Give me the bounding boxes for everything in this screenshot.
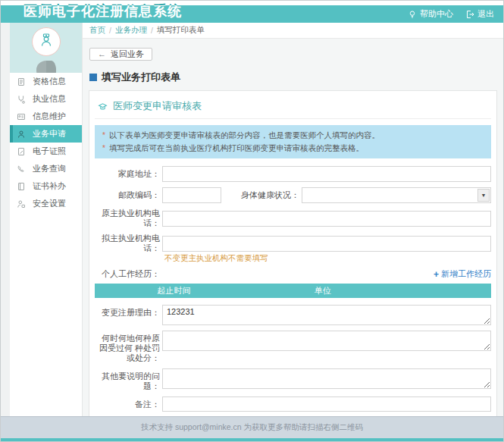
main-content: 首页 / 业务办理 / 填写打印表单 ← 返回业务 填写业务打印表单 医师变更申… <box>83 23 503 416</box>
new-org-phone-hint: 不变更主执业机构不需要填写 <box>164 253 491 264</box>
sidebar-item-business-query[interactable]: 业务查询 <box>10 160 82 177</box>
id-card-icon <box>17 112 26 121</box>
breadcrumb-current: 填写打印表单 <box>157 25 205 36</box>
bottom-teal-strip <box>1 438 503 442</box>
app-window: 医师电子化注册信息系统 医师电子化注册信息系统 帮助中心 退出 <box>0 0 504 442</box>
user-icon <box>17 130 26 139</box>
sidebar-item-practice-info[interactable]: 执业信息 <box>10 90 82 108</box>
back-to-business-button[interactable]: ← 返回业务 <box>89 48 152 61</box>
info-line-text: 以下表单为医师变更申请审核表的部分内容，也是需要医师个人填写的内容。 <box>109 130 380 139</box>
sidebar-menu: 资格信息 执业信息 信息维护 业务申请 电子证照 <box>10 73 82 212</box>
user-lock-icon <box>17 199 26 208</box>
remark-row: 备注： <box>95 397 491 412</box>
sidebar-item-business-application[interactable]: 业务申请 <box>10 125 82 143</box>
sidebar-item-label: 业务查询 <box>33 163 66 174</box>
document-edit-icon <box>17 147 26 156</box>
phone-icon <box>17 165 26 174</box>
form-title-row: 医师变更申请审核表 <box>95 97 491 119</box>
other-issues-row: 其他要说明的问题： <box>95 368 491 391</box>
header-actions: 帮助中心 退出 <box>408 5 494 23</box>
add-work-history-link[interactable]: + 新增工作经历 <box>434 268 491 280</box>
sidebar-item-info-maintenance[interactable]: 信息维护 <box>10 108 82 125</box>
change-reason-label: 变更注册理由： <box>95 305 160 318</box>
health-status-select[interactable]: ▼ <box>302 187 491 203</box>
column-header-period: 起止时间 <box>95 284 253 298</box>
info-line: *以下表单为医师变更申请审核表的部分内容，也是需要医师个人填写的内容。 <box>102 129 484 142</box>
stethoscope-icon <box>17 95 26 104</box>
sidebar-item-label: 证书补办 <box>33 180 66 192</box>
column-header-unit: 单位 <box>253 284 392 298</box>
change-reason-row: 变更注册理由： 123231 <box>95 305 491 325</box>
body-row: 资格信息 执业信息 信息维护 业务申请 电子证照 <box>1 23 503 416</box>
change-reason-textarea[interactable]: 123231 <box>162 305 491 325</box>
column-header-empty <box>392 284 491 298</box>
app-title: 医师电子化注册信息系统 <box>23 5 182 20</box>
sidebar-item-label: 信息维护 <box>33 111 66 122</box>
plus-icon: + <box>434 269 439 280</box>
doctor-cap-icon <box>98 102 108 111</box>
punishment-row: 何时何地何种原因受过何 种处罚或处分： <box>95 331 491 363</box>
home-address-label: 家庭地址： <box>95 169 160 179</box>
sidebar-item-label: 执业信息 <box>33 93 66 105</box>
section-title-row: 填写业务打印表单 <box>89 71 503 84</box>
new-org-phone-label: 拟主执业机构电话： <box>95 234 160 253</box>
old-org-phone-input[interactable] <box>162 211 491 227</box>
new-org-phone-input[interactable] <box>162 236 491 252</box>
breadcrumb-separator: / <box>151 26 153 35</box>
remark-label: 备注： <box>95 400 160 409</box>
home-address-input[interactable] <box>162 166 491 182</box>
user-silhouette <box>36 61 56 73</box>
blue-square-bullet-icon <box>89 74 97 81</box>
document-icon <box>17 77 26 86</box>
work-history-row: 个人工作经历： + 新增工作经历 <box>95 268 491 280</box>
app-header: 医师电子化注册信息系统 帮助中心 退出 <box>1 5 503 23</box>
work-history-table-header: 起止时间 单位 <box>95 284 491 298</box>
avatar[interactable] <box>32 27 61 56</box>
add-work-history-label: 新增工作经历 <box>441 268 491 280</box>
back-arrow-icon: ← <box>98 50 106 58</box>
help-center-label: 帮助中心 <box>420 8 453 20</box>
postal-code-label: 邮政编码： <box>95 190 160 200</box>
postal-code-input[interactable] <box>162 187 221 203</box>
sidebar-item-qualification-info[interactable]: 资格信息 <box>10 73 82 90</box>
postal-health-row: 邮政编码： 身体健康状况： ▼ <box>95 187 491 203</box>
sidebar-item-electronic-license[interactable]: 电子证照 <box>10 143 82 160</box>
breadcrumb-business[interactable]: 业务办理 <box>115 25 147 36</box>
form-fields: 家庭地址： 邮政编码： 身体健康状况： ▼ 原主执业机构电话： <box>95 166 491 416</box>
breadcrumb-separator: / <box>109 26 111 35</box>
old-org-phone-label: 原主执业机构电话： <box>95 208 160 228</box>
other-issues-label: 其他要说明的问题： <box>95 368 160 391</box>
health-status-label: 身体健康状况： <box>221 190 299 201</box>
chevron-down-icon[interactable]: ▼ <box>477 189 490 202</box>
breadcrumb-home[interactable]: 首页 <box>89 25 105 36</box>
punishment-textarea[interactable] <box>162 331 491 351</box>
old-org-phone-row: 原主执业机构电话： <box>95 208 491 228</box>
left-gutter <box>1 23 10 416</box>
sidebar-item-certificate-reissue[interactable]: 证书补办 <box>10 177 82 195</box>
info-box: *以下表单为医师变更申请审核表的部分内容，也是需要医师个人填写的内容。 *填写完… <box>95 125 491 158</box>
other-issues-textarea[interactable] <box>162 368 491 389</box>
section-title: 填写业务打印表单 <box>102 71 180 84</box>
new-org-phone-row: 拟主执业机构电话： <box>95 234 491 253</box>
asterisk-icon: * <box>102 131 105 139</box>
info-line: *填写完成后可在当前执业医疗机构打印医师变更申请审核表的完整表格。 <box>102 142 484 155</box>
sidebar: 资格信息 执业信息 信息维护 业务申请 电子证照 <box>10 23 83 416</box>
page-footer: 技术支持 support@minke.cn 为获取更多帮助请扫描右侧二维码 <box>1 416 503 438</box>
doctor-icon <box>38 32 55 52</box>
remark-input[interactable] <box>162 397 491 412</box>
help-center-button[interactable]: 帮助中心 <box>408 8 453 20</box>
home-address-row: 家庭地址： <box>95 166 491 182</box>
form-title: 医师变更申请审核表 <box>113 99 202 113</box>
asterisk-icon: * <box>102 144 105 152</box>
back-button-label: 返回业务 <box>111 49 144 60</box>
notebook-icon <box>17 182 26 191</box>
work-history-label: 个人工作经历： <box>95 269 160 279</box>
sidebar-item-label: 业务申请 <box>33 128 66 139</box>
avatar-block <box>10 23 82 73</box>
breadcrumb: 首页 / 业务办理 / 填写打印表单 <box>83 23 503 39</box>
bulb-icon <box>408 10 417 19</box>
footer-support-text: 技术支持 support@minke.cn 为获取更多帮助请扫描右侧二维码 <box>141 422 363 433</box>
logout-button[interactable]: 退出 <box>465 8 494 20</box>
sidebar-item-security-settings[interactable]: 安全设置 <box>10 195 82 212</box>
sidebar-item-label: 安全设置 <box>33 198 66 209</box>
